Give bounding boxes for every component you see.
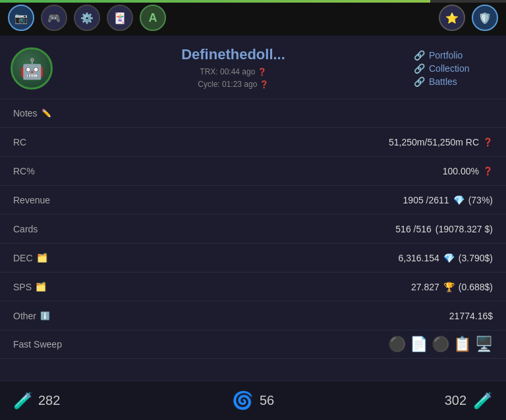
revenue-value: 1905 /2611 💎 (73%)	[403, 195, 493, 205]
sps-row: SPS 🗂️ 27.827 🏆 (0.688$)	[0, 273, 506, 302]
logo-icon: A	[149, 11, 157, 25]
potion-left-icon: 🧪	[13, 392, 33, 410]
nav-logo-btn[interactable]: A	[140, 5, 166, 31]
bottom-center-value: 56	[260, 393, 274, 408]
fast-sweep-label: Fast Sweep	[13, 339, 62, 350]
stats-table: Notes ✏️ RC 51,250m/51,250m RC ❓ RC%	[0, 99, 506, 381]
avatar-icon: 🤖	[20, 57, 44, 80]
notes-edit-icon[interactable]: ✏️	[42, 109, 51, 118]
notes-label: Notes ✏️	[13, 108, 51, 118]
profile-links: 🔗 Portfolio 🔗 Collection 🔗 Battles	[414, 50, 493, 87]
profile-cycle: Cycle: 01:23 ago ❓	[63, 78, 403, 91]
other-row: Other ℹ️ 21774.16$	[0, 302, 506, 330]
sweep-icon-4[interactable]: 📋	[453, 336, 471, 353]
avatar: 🤖	[11, 47, 53, 90]
profile-name: Definethedoll...	[63, 46, 403, 63]
rc-row: RC 51,250m/51,250m RC ❓	[0, 128, 506, 157]
dec-value: 6,316.154 💎 (3.790$)	[399, 253, 493, 263]
spin-icon: 🌀	[232, 390, 253, 411]
dec-gem-icon: 💎	[443, 253, 455, 263]
progress-bar-container	[0, 0, 506, 3]
revenue-label: Revenue	[13, 195, 50, 205]
center-panel: 🤖 Definethedoll... TRX: 00:44 ago ❓ Cycl…	[0, 36, 506, 420]
revenue-gem-icon: 💎	[453, 195, 464, 205]
battles-link-icon: 🔗	[414, 76, 425, 87]
notes-row: Notes ✏️	[0, 99, 506, 128]
sps-wallet-icon[interactable]: 🗂️	[36, 282, 46, 292]
battles-link[interactable]: 🔗 Battles	[414, 76, 493, 87]
bottom-bar: 🧪 282 🌀 56 302 🧪	[0, 381, 506, 420]
rc-help-icon[interactable]: ❓	[483, 138, 493, 147]
rc-value: 51,250m/51,250m RC ❓	[389, 137, 493, 147]
avatar-container: 🤖	[11, 47, 53, 90]
collection-link-icon: 🔗	[414, 63, 425, 74]
progress-bar-fill	[0, 0, 430, 3]
rc-percent-row: RC% 100.00% ❓	[0, 157, 506, 186]
nav-settings-btn[interactable]: ⚙️	[74, 5, 100, 31]
sweep-icon-2[interactable]: 📄	[410, 336, 428, 353]
top-navigation: 📷 🎮 ⚙️ 🃏 A ⭐ 🛡️	[0, 0, 506, 36]
sps-label: SPS 🗂️	[13, 282, 46, 292]
rc-percent-value: 100.00% ❓	[443, 166, 493, 176]
rc-percent-help-icon[interactable]: ❓	[483, 167, 493, 176]
nav-camera-btn[interactable]: 📷	[8, 5, 34, 31]
collection-link[interactable]: 🔗 Collection	[414, 63, 493, 74]
sps-value: 27.827 🏆 (0.688$)	[411, 282, 493, 292]
other-label: Other ℹ️	[13, 311, 50, 321]
fast-sweep-icons: ⚫ 📄 ⚫ 📋 🖥️	[388, 336, 493, 353]
bottom-left-value: 282	[38, 393, 60, 408]
sps-trophy-icon: 🏆	[443, 282, 455, 292]
rc-label: RC	[13, 137, 26, 147]
sweep-icon-1[interactable]: ⚫	[388, 336, 406, 353]
nav-gamepad-btn[interactable]: 🎮	[41, 5, 67, 31]
rc-percent-label: RC%	[13, 166, 35, 176]
cards-row: Cards 516 /516 (19078.327 $)	[0, 215, 506, 244]
profile-header: 🤖 Definethedoll... TRX: 00:44 ago ❓ Cycl…	[0, 36, 506, 99]
dec-label: DEC 🗂️	[13, 253, 47, 263]
settings-icon: ⚙️	[80, 12, 94, 24]
camera-icon: 📷	[14, 12, 28, 24]
other-info-icon[interactable]: ℹ️	[40, 311, 50, 321]
nav-cards-btn[interactable]: 🃏	[107, 5, 133, 31]
dec-wallet-icon[interactable]: 🗂️	[37, 253, 47, 263]
portfolio-link[interactable]: 🔗 Portfolio	[414, 50, 493, 61]
cards-icon: 🃏	[113, 12, 126, 24]
trx-help-icon[interactable]: ❓	[258, 68, 267, 76]
nav-shield-btn[interactable]: 🛡️	[472, 5, 498, 31]
bottom-left-stat: 🧪 282	[13, 392, 173, 410]
cards-label: Cards	[13, 224, 38, 234]
portfolio-link-icon: 🔗	[414, 50, 425, 61]
main-content: 🤖 Definethedoll... TRX: 00:44 ago ❓ Cycl…	[0, 36, 506, 420]
cycle-help-icon[interactable]: ❓	[260, 80, 269, 88]
cards-value: 516 /516 (19078.327 $)	[395, 224, 493, 234]
star-icon: ⭐	[445, 12, 459, 24]
gamepad-icon: 🎮	[47, 12, 61, 24]
dec-row: DEC 🗂️ 6,316.154 💎 (3.790$)	[0, 244, 506, 273]
nav-star-btn[interactable]: ⭐	[439, 5, 465, 31]
sweep-icon-3[interactable]: ⚫	[432, 336, 449, 353]
shield-icon: 🛡️	[478, 12, 492, 24]
bottom-center-stat: 🌀 56	[173, 390, 333, 411]
other-value: 21774.16$	[449, 311, 493, 321]
fast-sweep-row: Fast Sweep ⚫ 📄 ⚫ 📋 🖥️	[0, 330, 506, 359]
sweep-icon-5[interactable]: 🖥️	[475, 336, 493, 353]
revenue-row: Revenue 1905 /2611 💎 (73%)	[0, 186, 506, 215]
bottom-right-stat: 302 🧪	[333, 392, 493, 410]
potion-right-icon: 🧪	[473, 392, 493, 410]
bottom-right-value: 302	[445, 393, 466, 408]
profile-trx: TRX: 00:44 ago ❓	[63, 66, 403, 78]
profile-info: Definethedoll... TRX: 00:44 ago ❓ Cycle:…	[63, 46, 403, 91]
